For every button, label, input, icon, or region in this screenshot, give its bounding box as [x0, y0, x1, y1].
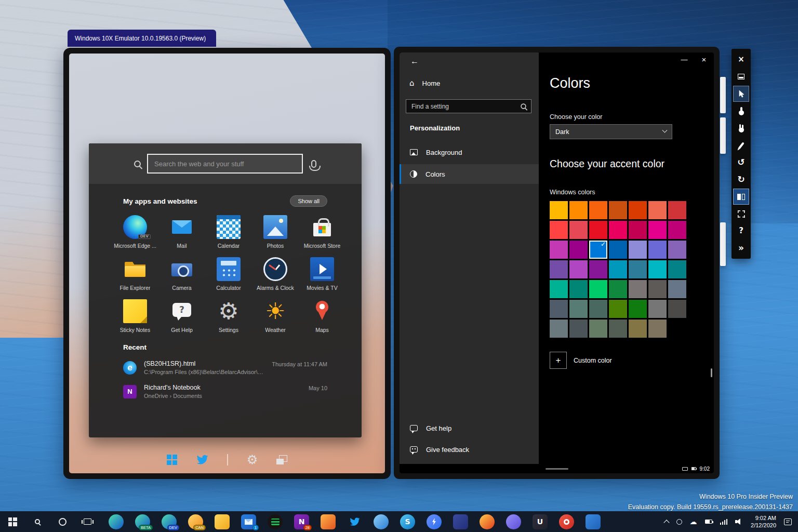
sidebar-item-give-feedback[interactable]: Give feedback [400, 440, 539, 459]
app-tile-photos[interactable]: Photos [252, 215, 299, 249]
accent-color-swatch[interactable] [629, 300, 647, 318]
accent-color-swatch[interactable] [648, 280, 667, 298]
multi-touch-mode-button[interactable] [733, 120, 749, 136]
app-tile-folder[interactable]: File Explorer [112, 257, 158, 291]
microphone-icon[interactable] [311, 160, 316, 168]
spotify-taskbar-button[interactable] [262, 511, 288, 532]
accent-color-swatch[interactable] [550, 300, 568, 318]
accent-color-swatch[interactable] [550, 320, 568, 338]
app-purple-taskbar-button[interactable] [500, 511, 527, 532]
sidebar-item-home[interactable]: ⌂ Home [409, 79, 440, 87]
accent-color-swatch[interactable] [648, 260, 667, 278]
accent-color-swatch[interactable] [609, 320, 627, 338]
onenote-taskbar-button[interactable]: N28 [288, 511, 315, 532]
status-ring-icon[interactable] [676, 519, 682, 525]
app-tile-weather[interactable]: ☀Weather [252, 299, 299, 333]
recent-item[interactable]: e(SB20H1SR).htmlC:\Program Files (x86)\B… [112, 360, 339, 375]
accent-color-swatch[interactable] [609, 300, 627, 318]
dual-screen-view-button[interactable] [733, 189, 749, 205]
hidden-icons-chevron-icon[interactable] [663, 520, 669, 525]
color-mode-dropdown[interactable]: Dark [550, 124, 672, 139]
taskbar-search-button[interactable] [25, 511, 50, 532]
battery-icon[interactable] [705, 520, 712, 524]
app-tile-edge[interactable]: DEVMicrosoft Edge ... [112, 215, 158, 249]
accent-color-swatch[interactable] [569, 221, 588, 239]
accent-color-swatch[interactable] [589, 221, 607, 239]
settings-search-input[interactable] [410, 102, 517, 111]
accent-color-swatch[interactable] [569, 320, 588, 338]
accent-color-swatch[interactable] [629, 201, 647, 219]
accent-color-swatch[interactable] [629, 280, 647, 298]
accent-color-swatch[interactable] [668, 280, 686, 298]
app-tile-sticky[interactable]: Sticky Notes [112, 299, 158, 333]
accent-color-swatch[interactable] [550, 201, 568, 219]
start-button[interactable] [167, 455, 177, 465]
settings-gear-button[interactable]: ⚙ [247, 454, 258, 466]
mail-taskbar-button[interactable]: 1 [235, 511, 262, 532]
close-button[interactable]: × [694, 52, 714, 66]
app-u-taskbar-button[interactable]: U [527, 511, 553, 532]
taskbar-clock[interactable]: 9:02 AM 2/12/2020 [751, 514, 776, 529]
accent-color-swatch[interactable] [648, 320, 667, 338]
keyboard-icon[interactable] [682, 467, 688, 471]
close-emulator-button[interactable]: × [733, 51, 749, 68]
accent-color-swatch[interactable] [668, 300, 686, 318]
settings-search-box[interactable] [406, 99, 531, 113]
single-touch-mode-button[interactable] [733, 103, 749, 119]
volume-icon[interactable] [735, 518, 743, 525]
accent-color-swatch[interactable] [589, 320, 607, 338]
accent-color-swatch[interactable] [609, 260, 627, 278]
edge-dev-taskbar-button[interactable]: DEV [156, 511, 182, 532]
minimize-button[interactable]: — [674, 52, 694, 66]
accent-color-swatch[interactable] [589, 260, 607, 278]
scrollbar-thumb[interactable] [711, 368, 712, 377]
app-tile-clock[interactable]: Alarms & Clock [252, 257, 299, 291]
skype-taskbar-button[interactable]: S [394, 511, 421, 532]
accent-color-swatch[interactable] [629, 241, 647, 259]
accent-color-swatch[interactable] [648, 201, 667, 219]
accent-color-swatch[interactable] [609, 241, 627, 259]
gesture-bar[interactable] [546, 468, 568, 470]
accent-color-swatch[interactable] [589, 280, 607, 298]
accent-color-swatch[interactable] [569, 241, 588, 259]
sidebar-item-background[interactable]: Background [400, 142, 539, 162]
app-tile-gethelp[interactable]: Get Help [158, 299, 205, 333]
accent-color-swatch[interactable] [648, 300, 667, 318]
start-button[interactable] [0, 511, 25, 532]
messenger-taskbar-button[interactable] [421, 511, 447, 532]
accent-color-swatch[interactable] [609, 280, 627, 298]
launcher-search-input[interactable] [147, 154, 303, 174]
fit-to-screen-button[interactable] [733, 206, 749, 222]
accent-color-swatch[interactable] [550, 221, 568, 239]
app-tile-settings[interactable]: ⚙Settings [205, 299, 252, 333]
accent-color-swatch[interactable] [668, 221, 686, 239]
accent-color-swatch[interactable] [569, 260, 588, 278]
accent-color-swatch[interactable] [629, 320, 647, 338]
app-tile-movies[interactable]: Movies & TV [299, 257, 345, 291]
accent-color-swatch[interactable] [550, 280, 568, 298]
app-tile-mail[interactable]: Mail [158, 215, 205, 249]
twitter-taskbar-button[interactable] [341, 511, 368, 532]
edge-beta-taskbar-button[interactable]: BETA [129, 511, 156, 532]
accent-color-swatch[interactable] [609, 201, 627, 219]
twitter-app-button[interactable] [196, 454, 208, 466]
file-explorer-taskbar-button[interactable] [209, 511, 235, 532]
sidebar-item-colors[interactable]: Colors [400, 164, 539, 184]
office-orange-taskbar-button[interactable] [315, 511, 341, 532]
accent-color-swatch[interactable] [550, 241, 568, 259]
pen-mode-button[interactable] [733, 137, 749, 153]
action-center-icon[interactable] [784, 518, 792, 525]
accent-color-swatch[interactable] [648, 241, 667, 259]
app-tile-maps[interactable]: Maps [299, 299, 345, 333]
accent-color-swatch[interactable] [569, 201, 588, 219]
app-tile-calculator[interactable]: Calculator [205, 257, 252, 291]
accent-color-swatch[interactable] [589, 300, 607, 318]
show-all-button[interactable]: Show all [290, 195, 327, 207]
back-button[interactable]: ← [408, 56, 421, 67]
accent-color-swatch[interactable] [668, 241, 686, 259]
accent-color-swatch[interactable] [629, 221, 647, 239]
accent-color-swatch[interactable] [589, 201, 607, 219]
app-flame-taskbar-button[interactable] [474, 511, 500, 532]
accent-color-swatch[interactable] [668, 260, 686, 278]
custom-color-button[interactable]: + Custom color [550, 352, 612, 369]
